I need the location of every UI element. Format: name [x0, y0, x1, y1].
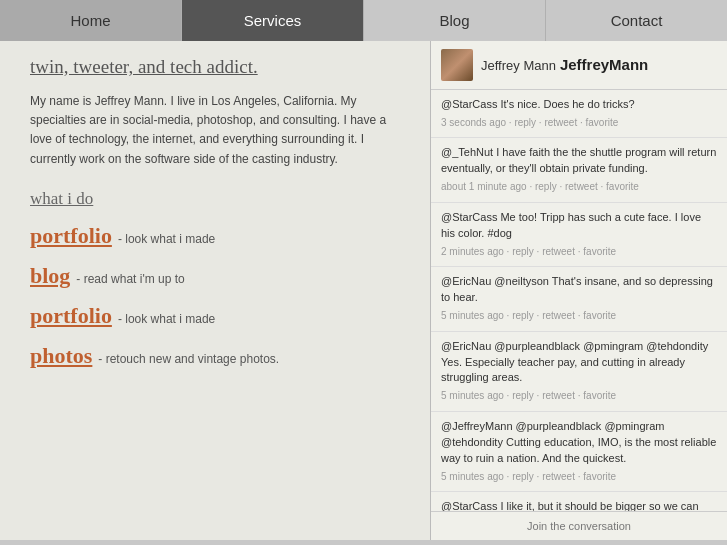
photos-desc: - retouch new and vintage photos.	[98, 352, 279, 366]
avatar	[441, 49, 473, 81]
tweet-item: @JeffreyMann @purpleandblack @pmingram @…	[431, 412, 727, 492]
tweet-text: @StarCass It's nice. Does he do tricks?	[441, 97, 717, 113]
list-item: blog - read what i'm up to	[30, 263, 410, 289]
tweet-meta: about 1 minute ago · reply · retweet · f…	[441, 180, 717, 195]
blog-link[interactable]: blog	[30, 263, 70, 289]
nav-home[interactable]: Home	[0, 0, 182, 41]
left-panel: twin, tweeter, and tech addict. My name …	[0, 41, 430, 540]
tweet-item: @EricNau @purpleandblack @pmingram @tehd…	[431, 332, 727, 412]
portfolio-desc-1: - look what i made	[118, 232, 215, 246]
page-title: twin, tweeter, and tech addict.	[30, 56, 410, 78]
photos-link[interactable]: photos	[30, 343, 92, 369]
tweet-text: @JeffreyMann @purpleandblack @pmingram @…	[441, 419, 717, 467]
tweet-text: @StarCass Me too! Tripp has such a cute …	[441, 210, 717, 242]
nav-contact[interactable]: Contact	[546, 0, 727, 41]
twitter-panel: Jeffrey Mann JeffreyMann @StarCass It's …	[430, 41, 727, 540]
main-container: twin, tweeter, and tech addict. My name …	[0, 41, 727, 540]
tweet-item: @_TehNut I have faith the the shuttle pr…	[431, 138, 727, 202]
section-title: what i do	[30, 189, 410, 209]
tweet-text: @EricNau @purpleandblack @pmingram @tehd…	[441, 339, 717, 387]
tweet-text: @_TehNut I have faith the the shuttle pr…	[441, 145, 717, 177]
tweet-text: @EricNau @neiltyson That's insane, and s…	[441, 274, 717, 306]
twitter-header: Jeffrey Mann JeffreyMann	[431, 41, 727, 90]
portfolio-link-2[interactable]: portfolio	[30, 303, 112, 329]
nav-services[interactable]: Services	[182, 0, 364, 41]
twitter-username-bold: JeffreyMann	[560, 56, 648, 73]
list-item: photos - retouch new and vintage photos.	[30, 343, 410, 369]
twitter-user-info: Jeffrey Mann JeffreyMann	[481, 56, 648, 74]
intro-text: My name is Jeffrey Mann. I live in Los A…	[30, 92, 410, 169]
tweet-meta: 5 minutes ago · reply · retweet · favori…	[441, 470, 717, 485]
tweet-meta: 2 minutes ago · reply · retweet · favori…	[441, 245, 717, 260]
tweet-item: @EricNau @neiltyson That's insane, and s…	[431, 267, 727, 331]
twitter-username-plain: Jeffrey Mann	[481, 58, 556, 73]
main-nav: Home Services Blog Contact	[0, 0, 727, 41]
tweet-meta: 5 minutes ago · reply · retweet · favori…	[441, 309, 717, 324]
list-item: portfolio - look what i made	[30, 303, 410, 329]
tweet-item: @StarCass Me too! Tripp has such a cute …	[431, 203, 727, 267]
portfolio-link-1[interactable]: portfolio	[30, 223, 112, 249]
tweet-text: @StarCass I like it, but it should be bi…	[441, 499, 717, 511]
tweet-item: @StarCass It's nice. Does he do tricks? …	[431, 90, 727, 138]
join-conversation-link[interactable]: Join the conversation	[431, 511, 727, 540]
tweet-list: @StarCass It's nice. Does he do tricks? …	[431, 90, 727, 511]
nav-blog[interactable]: Blog	[364, 0, 546, 41]
list-item: portfolio - look what i made	[30, 223, 410, 249]
tweet-meta: 5 minutes ago · reply · retweet · favori…	[441, 389, 717, 404]
tweet-meta: 3 seconds ago · reply · retweet · favori…	[441, 116, 717, 131]
portfolio-desc-2: - look what i made	[118, 312, 215, 326]
tweet-item: @StarCass I like it, but it should be bi…	[431, 492, 727, 511]
blog-desc: - read what i'm up to	[76, 272, 184, 286]
